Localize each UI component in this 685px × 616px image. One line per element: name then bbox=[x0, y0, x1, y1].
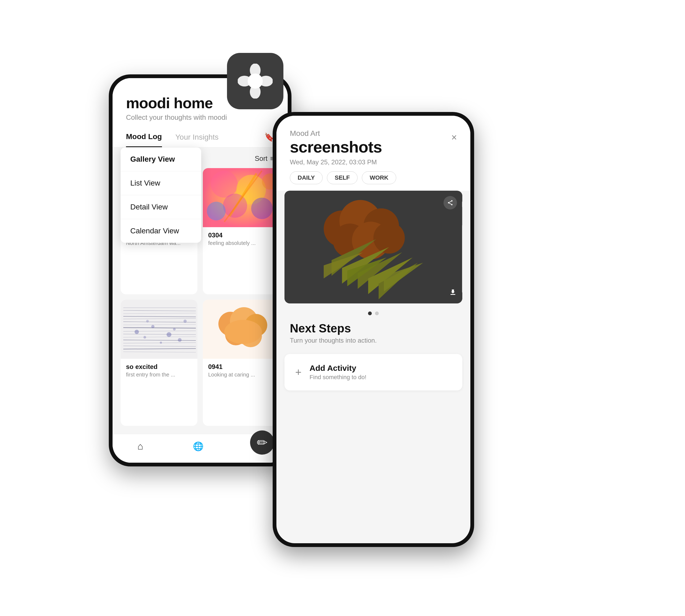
nav-globe-icon[interactable]: 🌐 bbox=[193, 441, 204, 452]
svg-line-63 bbox=[123, 352, 196, 352]
svg-line-60 bbox=[123, 343, 196, 343]
share-icon[interactable] bbox=[444, 196, 457, 210]
add-activity-text: Add Activity Find something to do! bbox=[309, 364, 366, 381]
svg-line-57 bbox=[123, 334, 196, 335]
phone-left: moodi home Collect your thoughts with mo… bbox=[109, 74, 292, 466]
add-activity-card[interactable]: + Add Activity Find something to do! bbox=[284, 354, 462, 391]
dot-0[interactable] bbox=[368, 311, 372, 315]
close-button[interactable]: × bbox=[451, 132, 457, 143]
dropdown-item-list[interactable]: List View bbox=[121, 171, 201, 195]
dot-1[interactable] bbox=[375, 311, 379, 315]
next-steps-title: Next Steps bbox=[290, 322, 457, 335]
card-title-1: 0304 bbox=[208, 232, 274, 239]
svg-line-49 bbox=[123, 310, 196, 311]
svg-point-2 bbox=[250, 85, 261, 98]
card-desc-2: first entry from the ... bbox=[126, 372, 192, 378]
svg-point-95 bbox=[448, 202, 449, 203]
svg-line-61 bbox=[123, 346, 196, 346]
tag-daily[interactable]: DAILY bbox=[290, 171, 323, 184]
svg-point-66 bbox=[151, 325, 154, 328]
screenshots-title: screenshots bbox=[290, 138, 382, 156]
svg-line-58 bbox=[123, 337, 196, 337]
pagination-dots bbox=[276, 311, 470, 315]
next-steps-desc: Turn your thoughts into action. bbox=[290, 337, 457, 344]
phone-right: Mood Art screenshots Wed, May 25, 2022, … bbox=[273, 112, 474, 547]
next-steps: Next Steps Turn your thoughts into actio… bbox=[276, 322, 470, 350]
svg-point-67 bbox=[160, 342, 162, 344]
svg-point-78 bbox=[224, 320, 262, 344]
card-title-3: 0941 bbox=[208, 363, 274, 371]
dropdown-menu: Gallery View List View Detail View Calen… bbox=[121, 148, 201, 243]
svg-line-56 bbox=[123, 331, 196, 331]
svg-point-94 bbox=[451, 200, 453, 202]
svg-line-98 bbox=[449, 203, 451, 204]
svg-line-50 bbox=[123, 313, 196, 314]
svg-point-4 bbox=[259, 76, 273, 86]
sort-button[interactable]: Sort ≡ bbox=[255, 154, 274, 163]
svg-point-64 bbox=[134, 330, 139, 334]
art-display bbox=[284, 191, 462, 304]
tag-self[interactable]: SELF bbox=[327, 171, 358, 184]
svg-line-54 bbox=[123, 324, 196, 325]
svg-point-72 bbox=[184, 320, 187, 323]
dropdown-item-calendar[interactable]: Calendar View bbox=[121, 219, 201, 243]
card-desc-3: Looking at caring ... bbox=[208, 372, 274, 378]
svg-point-71 bbox=[146, 320, 149, 323]
app-subtitle: Collect your thoughts with moodi bbox=[126, 113, 274, 122]
fab-button[interactable]: ✏ bbox=[250, 431, 274, 455]
dropdown-item-gallery[interactable]: Gallery View bbox=[121, 148, 201, 171]
mood-art-label: Mood Art bbox=[290, 129, 382, 138]
svg-line-97 bbox=[449, 201, 451, 202]
svg-point-70 bbox=[178, 338, 181, 342]
tags-row: DAILY SELF WORK bbox=[276, 171, 470, 191]
dropdown-item-detail[interactable]: Detail View bbox=[121, 195, 201, 219]
svg-point-40 bbox=[211, 171, 238, 198]
art-lines bbox=[121, 300, 197, 359]
date-text: Wed, May 25, 2022, 03:03 PM bbox=[290, 158, 382, 166]
svg-point-3 bbox=[238, 76, 252, 86]
gallery-card-2[interactable]: so excited first entry from the ... bbox=[121, 300, 197, 426]
plus-icon: + bbox=[295, 366, 301, 378]
svg-line-52 bbox=[123, 318, 196, 319]
bottom-nav: ⌂ 🌐 ••• ✏ bbox=[112, 434, 288, 463]
svg-point-85 bbox=[373, 222, 405, 254]
svg-line-51 bbox=[123, 316, 196, 317]
card-desc-1: feeling absolutely ... bbox=[208, 240, 274, 246]
svg-point-96 bbox=[451, 204, 453, 205]
nav-home-icon[interactable]: ⌂ bbox=[137, 441, 143, 452]
gallery-card-1[interactable]: 0304 feeling absolutely ... bbox=[203, 168, 280, 294]
svg-line-62 bbox=[123, 349, 196, 349]
download-icon[interactable] bbox=[449, 288, 457, 298]
scene: moodi home Collect your thoughts with mo… bbox=[101, 53, 584, 563]
add-activity-subtitle: Find something to do! bbox=[309, 374, 366, 381]
tab-your-insights[interactable]: Your Insights bbox=[175, 128, 219, 147]
svg-point-43 bbox=[251, 198, 273, 219]
add-activity-title: Add Activity bbox=[309, 364, 366, 373]
art-cloud bbox=[203, 300, 280, 359]
svg-point-69 bbox=[173, 328, 176, 331]
gallery-card-3[interactable]: 0941 Looking at caring ... bbox=[203, 300, 280, 426]
svg-line-59 bbox=[123, 340, 196, 340]
svg-point-42 bbox=[223, 194, 247, 218]
app-icon bbox=[227, 53, 283, 109]
tabs-bar: Mood Log Your Insights 🔖 bbox=[112, 127, 288, 148]
art-floral bbox=[203, 168, 280, 227]
svg-point-68 bbox=[167, 332, 171, 337]
right-header: Mood Art screenshots Wed, May 25, 2022, … bbox=[276, 116, 470, 171]
fab-icon: ✏ bbox=[257, 435, 267, 450]
svg-line-55 bbox=[123, 328, 196, 328]
svg-point-65 bbox=[144, 336, 146, 338]
tab-mood-log[interactable]: Mood Log bbox=[126, 127, 162, 147]
tag-work[interactable]: WORK bbox=[362, 171, 396, 184]
svg-rect-99 bbox=[450, 294, 455, 295]
svg-point-1 bbox=[250, 64, 261, 77]
svg-point-44 bbox=[207, 202, 226, 220]
card-title-2: so excited bbox=[126, 363, 192, 371]
